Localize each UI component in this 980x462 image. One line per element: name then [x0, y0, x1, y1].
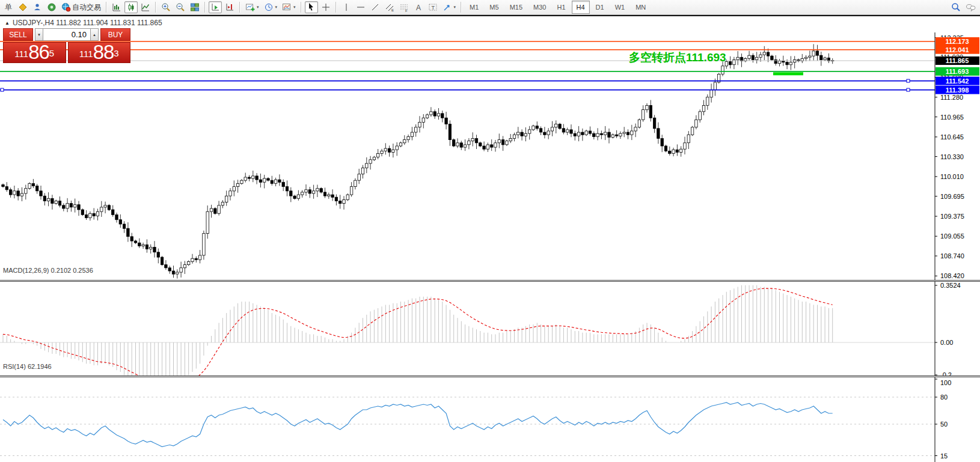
svg-text:110.010: 110.010 [940, 173, 964, 180]
toolbar-separator [239, 2, 240, 13]
rsi-label: RSI(14) 62.1946 [3, 363, 52, 370]
macd-signal-line [3, 288, 833, 376]
svg-text:80: 80 [940, 394, 948, 401]
tile-windows-button[interactable] [188, 1, 201, 13]
periods-button[interactable]: ▾ [262, 1, 280, 13]
chart-shift-button[interactable] [223, 1, 236, 13]
line-chart-icon [141, 2, 150, 12]
trendline-icon [370, 2, 380, 12]
one-click-trade-panel: SELL ▼ ▲ BUY 111865 111883 [3, 28, 130, 63]
main-chart-pane[interactable]: 112.235111.920111.600111.280110.965110.6… [0, 32, 980, 280]
buy-price-pip: 3 [114, 43, 118, 64]
svg-text:108.740: 108.740 [940, 252, 964, 260]
macd-label: MACD(12,26,9) 0.2102 0.2536 [3, 267, 93, 274]
sell-button[interactable]: SELL [3, 28, 33, 41]
collapse-ohlc-icon[interactable]: ▲ [5, 20, 10, 26]
svg-text:109.375: 109.375 [940, 213, 964, 220]
zoom-out-button[interactable] [174, 1, 187, 13]
channel-button[interactable]: E [383, 1, 396, 13]
svg-text:110.645: 110.645 [940, 133, 964, 141]
dropdown-caret-icon: ▾ [454, 5, 456, 10]
volume-decrease-button[interactable]: ▼ [35, 28, 43, 41]
dropdown-caret-icon: ▾ [293, 5, 296, 10]
indicators-button[interactable]: ▾ [243, 1, 261, 13]
cursor-button[interactable] [305, 1, 318, 13]
svg-text:110.965: 110.965 [940, 114, 964, 121]
chat-icon [966, 2, 976, 12]
line-chart-button[interactable] [139, 1, 152, 13]
charts-stack-icon [18, 2, 28, 12]
horizontal-line-button[interactable] [354, 1, 367, 13]
svg-text:109.055: 109.055 [940, 233, 964, 240]
bar-chart-icon [112, 2, 121, 12]
timeframe-button-mn[interactable]: MN [631, 1, 651, 14]
svg-text:50: 50 [940, 421, 948, 428]
zoom-in-icon [161, 2, 171, 12]
sell-price-button[interactable]: 111865 [3, 42, 66, 63]
timeframe-button-w1[interactable]: W1 [610, 1, 630, 14]
search-button[interactable] [949, 1, 963, 13]
svg-text:111.398: 111.398 [946, 87, 969, 94]
text-icon: A [414, 2, 423, 12]
navigator-button[interactable] [45, 1, 58, 13]
zoom-in-button[interactable] [159, 1, 173, 13]
price-badge-111.398: 111.398 [936, 86, 979, 94]
line-handle[interactable] [1, 88, 4, 91]
fibonacci-button[interactable]: F [397, 1, 411, 13]
pivot-annotation-text[interactable]: 多空转折点111.693 [629, 50, 726, 65]
rsi-pane[interactable]: 100805015 [0, 377, 980, 462]
autotrade-label: 自动交易 [72, 2, 101, 13]
timeframe-button-h4[interactable]: H4 [572, 1, 590, 14]
timeframe-button-h1[interactable]: H1 [552, 1, 570, 14]
rsi-canvas[interactable]: 100805015 [0, 377, 980, 462]
timeframe-group: M1M5M15M30H1H4D1W1MN [464, 1, 651, 14]
vertical-line-button[interactable] [340, 1, 353, 13]
chart-title-text: USDJPY-,H4 111.882 111.904 111.831 111.8… [13, 19, 162, 27]
svg-text:110.330: 110.330 [940, 153, 964, 160]
market-watch-button[interactable] [31, 1, 44, 13]
timeframe-button-m30[interactable]: M30 [528, 1, 551, 14]
svg-text:111.693: 111.693 [946, 68, 969, 75]
line-handle[interactable] [907, 79, 910, 82]
svg-text:111.280: 111.280 [940, 94, 963, 101]
crosshair-button[interactable] [319, 1, 332, 13]
svg-text:A: A [416, 4, 421, 12]
volume-input[interactable] [43, 28, 90, 41]
sell-price-pip: 5 [49, 43, 54, 64]
candlestick-chart-button[interactable] [124, 1, 138, 13]
text-label-icon: T [428, 2, 438, 12]
equidistant-channel-icon: E [385, 2, 394, 12]
macd-canvas[interactable]: 0.35240.00-0.2 [0, 281, 980, 376]
main-chart-canvas[interactable]: 112.235111.920111.600111.280110.965110.6… [0, 32, 980, 280]
sell-price-big: 86 [28, 43, 49, 61]
toolbar-separator [155, 2, 156, 13]
timeframe-button-m1[interactable]: M1 [465, 1, 483, 14]
text-button[interactable]: A [412, 1, 425, 13]
bar-chart-button[interactable] [110, 1, 123, 13]
buy-button[interactable]: BUY [100, 28, 130, 41]
buy-price-button[interactable]: 111883 [68, 42, 131, 63]
rsi-line [3, 403, 833, 447]
autotrade-button[interactable]: 自动交易 [60, 1, 103, 13]
buy-price-big: 88 [93, 43, 114, 61]
svg-text:15: 15 [940, 452, 948, 460]
volume-increase-button[interactable]: ▲ [90, 28, 99, 41]
trendline-button[interactable] [369, 1, 382, 13]
timeframe-button-d1[interactable]: D1 [591, 1, 609, 14]
template-icon [282, 2, 292, 12]
auto-scroll-button[interactable] [209, 1, 222, 13]
candlestick-chart-icon [126, 2, 136, 12]
new-order-button[interactable]: 单 [2, 1, 15, 13]
line-handle[interactable] [907, 88, 910, 91]
text-label-button[interactable]: T [426, 1, 439, 13]
cursor-icon [307, 2, 316, 12]
charts-button[interactable] [16, 1, 29, 13]
arrows-button[interactable]: ▾ [441, 1, 458, 13]
timeframe-button-m15[interactable]: M15 [505, 1, 527, 14]
timeframe-button-m5[interactable]: M5 [485, 1, 503, 14]
svg-text:100: 100 [940, 379, 951, 386]
macd-pane[interactable]: 0.35240.00-0.2 [0, 281, 980, 376]
templates-button[interactable]: ▾ [280, 1, 298, 13]
chart-title: ▲ USDJPY-,H4 111.882 111.904 111.831 111… [5, 19, 162, 27]
chat-button[interactable] [964, 1, 978, 13]
